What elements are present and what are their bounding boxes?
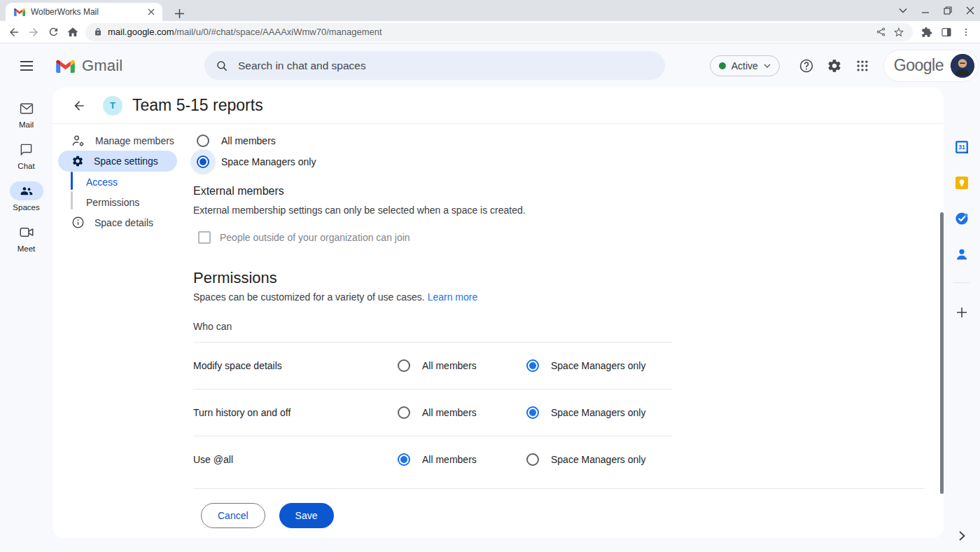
- access-indicator-bar: [71, 172, 73, 190]
- who-can-label: Who can: [193, 321, 944, 332]
- window-restore-button[interactable]: [944, 6, 952, 15]
- user-avatar[interactable]: [951, 54, 974, 78]
- url-text: mail.google.com/mail/u/0/#chat/space/AAA…: [108, 27, 870, 37]
- google-apps-grid-icon[interactable]: [848, 52, 876, 80]
- tasks-icon[interactable]: [944, 212, 980, 226]
- browser-home-button[interactable]: [63, 22, 83, 42]
- account-pill[interactable]: Google: [883, 50, 979, 82]
- tab-close-icon[interactable]: [146, 6, 157, 18]
- tab-search-chevron-icon[interactable]: [899, 8, 907, 13]
- bookmark-star-icon[interactable]: [893, 27, 904, 38]
- external-members-description: External membership settings can only be…: [193, 205, 944, 216]
- perm-option-managers-label: Space Managers only: [551, 360, 645, 371]
- search-input[interactable]: Search in chat and spaces: [204, 51, 665, 80]
- perm-option-space-managers[interactable]: Space Managers only: [526, 406, 944, 419]
- gear-icon: [71, 155, 84, 167]
- access-option-all-members[interactable]: All members: [193, 130, 944, 151]
- contacts-icon[interactable]: [944, 247, 980, 261]
- radio-button[interactable]: [197, 156, 209, 168]
- rail-label-spaces: Spaces: [13, 203, 39, 212]
- cancel-button[interactable]: Cancel: [201, 503, 265, 528]
- tab-title: WolberWorks Mail: [31, 7, 140, 17]
- browser-reload-button[interactable]: [43, 22, 63, 42]
- browser-tab[interactable]: WolberWorks Mail: [6, 3, 162, 21]
- perm-option-all-members[interactable]: All members: [398, 453, 526, 466]
- rail-item-chat[interactable]: Chat: [4, 140, 49, 170]
- settings-content: All members Space Managers only External…: [193, 124, 944, 537]
- back-arrow-icon[interactable]: [65, 92, 93, 120]
- nav-space-details[interactable]: Space details: [52, 212, 193, 233]
- browser-forward-button[interactable]: [24, 22, 43, 42]
- access-option-all-label: All members: [221, 135, 276, 146]
- external-members-heading: External members: [193, 185, 944, 198]
- close-side-panel-chevron-icon[interactable]: [944, 531, 980, 541]
- left-nav-rail: Mail Chat Spaces Meet: [0, 88, 52, 552]
- window-close-button[interactable]: [966, 6, 974, 15]
- perm-option-all-label: All members: [422, 454, 477, 465]
- learn-more-link[interactable]: Learn more: [428, 291, 478, 303]
- status-selector[interactable]: Active: [710, 55, 780, 76]
- browser-back-button[interactable]: [4, 22, 24, 42]
- share-icon[interactable]: [876, 27, 886, 37]
- calendar-icon[interactable]: 31: [944, 140, 980, 154]
- perm-row-label: Use @all: [193, 454, 398, 465]
- radio-button[interactable]: [398, 359, 410, 372]
- settings-gear-icon[interactable]: [820, 52, 848, 80]
- window-minimize-button[interactable]: [921, 6, 930, 15]
- extensions-puzzle-icon[interactable]: [917, 22, 937, 42]
- access-option-space-managers[interactable]: Space Managers only: [193, 151, 944, 172]
- gmail-favicon-icon: [14, 8, 25, 16]
- status-label: Active: [732, 60, 758, 71]
- perm-option-all-label: All members: [422, 360, 477, 371]
- search-placeholder: Search in chat and spaces: [238, 60, 366, 72]
- perm-option-space-managers[interactable]: Space Managers only: [526, 359, 944, 372]
- gmail-wordmark: Gmail: [82, 57, 122, 75]
- side-panel-icon[interactable]: [937, 22, 956, 42]
- address-bar[interactable]: mail.google.com/mail/u/0/#chat/space/AAA…: [85, 23, 913, 41]
- perm-row-use-at-all: Use @all All members Space Managers only: [193, 436, 944, 483]
- perm-option-all-label: All members: [422, 407, 477, 418]
- lock-icon[interactable]: [94, 27, 102, 36]
- help-icon[interactable]: [792, 52, 820, 80]
- nav-manage-members[interactable]: Manage members: [52, 130, 193, 151]
- checkbox-unchecked[interactable]: [198, 231, 211, 244]
- perm-option-all-members[interactable]: All members: [398, 406, 526, 419]
- chat-icon: [10, 140, 43, 159]
- url-path: /mail/u/0/#chat/space/AAAAxiWmw70/manage…: [174, 27, 382, 37]
- access-option-managers-label: Space Managers only: [221, 156, 316, 167]
- rail-item-mail[interactable]: Mail: [4, 99, 49, 129]
- permissions-heading: Permissions: [193, 269, 944, 287]
- nav-space-settings[interactable]: Space settings: [58, 151, 177, 172]
- keep-icon[interactable]: [944, 176, 980, 190]
- rail-item-meet[interactable]: Meet: [4, 223, 49, 253]
- rail-label-chat: Chat: [18, 162, 34, 170]
- space-header: T Team 5-15 reports: [52, 88, 944, 124]
- browser-tabbar: WolberWorks Mail: [0, 0, 980, 21]
- app-header: Gmail Search in chat and spaces Active: [0, 43, 980, 88]
- radio-button[interactable]: [398, 453, 410, 466]
- browser-menu-kebab-icon[interactable]: [956, 22, 976, 42]
- perm-row-modify-space-details: Modify space details All members Space M…: [193, 343, 944, 389]
- permissions-description: Spaces can be customized for a variety o…: [193, 291, 944, 303]
- google-wordmark: Google: [894, 56, 944, 75]
- perm-option-all-members[interactable]: All members: [398, 359, 526, 372]
- main-menu-hamburger-icon[interactable]: [10, 49, 43, 83]
- rail-label-mail: Mail: [19, 120, 34, 129]
- access-radio-group: All members Space Managers only: [193, 130, 944, 172]
- nav-access[interactable]: Access: [52, 172, 193, 192]
- radio-button[interactable]: [398, 406, 410, 419]
- search-icon: [216, 60, 228, 72]
- save-button[interactable]: Save: [279, 503, 334, 528]
- radio-button[interactable]: [526, 406, 539, 419]
- perm-option-space-managers[interactable]: Space Managers only: [526, 453, 944, 466]
- manage-members-icon: [71, 134, 85, 147]
- nav-permissions[interactable]: Permissions: [52, 192, 193, 212]
- radio-button[interactable]: [526, 453, 539, 466]
- space-settings-card: T Team 5-15 reports Manage members Space…: [52, 88, 944, 538]
- new-tab-button[interactable]: [171, 5, 188, 22]
- radio-button[interactable]: [197, 134, 209, 147]
- rail-label-meet: Meet: [18, 244, 36, 253]
- radio-button[interactable]: [526, 359, 539, 372]
- rail-item-spaces[interactable]: Spaces: [4, 181, 49, 212]
- get-addons-plus-icon[interactable]: [944, 305, 980, 320]
